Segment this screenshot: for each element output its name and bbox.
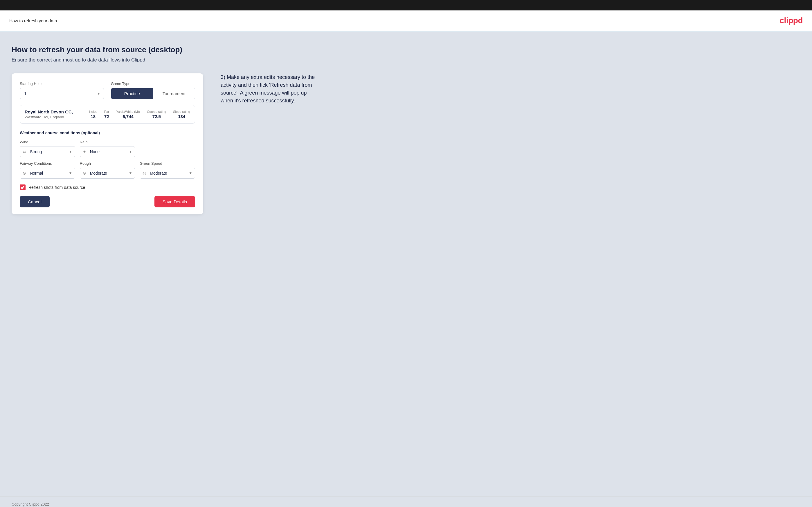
- save-button[interactable]: Save Details: [154, 196, 195, 207]
- wind-label: Wind: [20, 140, 75, 144]
- side-description: 3) Make any extra edits necessary to the…: [221, 73, 319, 105]
- practice-button[interactable]: Practice: [111, 88, 153, 99]
- game-type-group: Game Type Practice Tournament: [111, 81, 195, 99]
- starting-hole-wrapper: 1 ▼: [20, 88, 104, 99]
- footer-copyright: Copyright Clippd 2022: [12, 502, 49, 506]
- fairway-group: Fairway Conditions ⊙ Normal ▼: [20, 161, 75, 179]
- holes-value: 18: [89, 114, 97, 119]
- game-type-toggle: Practice Tournament: [111, 88, 195, 99]
- fairway-rough-green-row: Fairway Conditions ⊙ Normal ▼ Rough ⊙: [20, 161, 195, 179]
- slope-rating-label: Slope rating: [173, 110, 190, 113]
- cancel-button[interactable]: Cancel: [20, 196, 50, 207]
- footer: Copyright Clippd 2022: [0, 497, 812, 507]
- course-rating-label: Course rating: [147, 110, 166, 113]
- green-speed-group: Green Speed ◎ Moderate ▼: [140, 161, 195, 179]
- logo: clippd: [780, 16, 803, 25]
- yards-value: 6,744: [116, 114, 140, 119]
- tournament-button[interactable]: Tournament: [153, 88, 195, 99]
- yards-label: Yards/White (M)): [116, 110, 140, 113]
- rough-select-wrapper: ⊙ Moderate ▼: [80, 168, 135, 179]
- wind-select-wrapper: ≋ Strong ▼: [20, 146, 75, 157]
- wind-select[interactable]: Strong: [20, 146, 75, 157]
- main-content: How to refresh your data from source (de…: [0, 31, 812, 497]
- slope-rating-value: 134: [173, 114, 190, 119]
- holes-label: Holes: [89, 110, 97, 113]
- header: How to refresh your data clippd: [0, 10, 812, 31]
- page-heading: How to refresh your data from source (de…: [12, 45, 800, 54]
- rain-select-wrapper: ✦ None ▼: [80, 146, 135, 157]
- par-stat: Par 72: [104, 110, 109, 119]
- course-location: Westward Hol, England: [25, 115, 89, 119]
- rain-label: Rain: [80, 140, 135, 144]
- form-panel: Starting Hole 1 ▼ Game Type Practice Tou…: [12, 73, 203, 214]
- refresh-row: Refresh shots from data source: [20, 184, 195, 190]
- starting-hole-select[interactable]: 1: [20, 88, 104, 99]
- green-speed-label: Green Speed: [140, 161, 195, 166]
- refresh-label: Refresh shots from data source: [29, 185, 85, 190]
- holes-stat: Holes 18: [89, 110, 97, 119]
- rain-select[interactable]: None: [80, 146, 135, 157]
- header-title: How to refresh your data: [9, 18, 57, 23]
- fairway-label: Fairway Conditions: [20, 161, 75, 166]
- fairway-select[interactable]: Normal: [20, 168, 75, 179]
- course-info: Royal North Devon GC, Westward Hol, Engl…: [25, 109, 190, 119]
- course-stats: Holes 18 Par 72 Yards/White (M)) 6,744: [89, 110, 190, 119]
- course-name: Royal North Devon GC,: [25, 109, 89, 114]
- starting-hole-group: Starting Hole 1 ▼: [20, 81, 104, 99]
- course-card: Royal North Devon GC, Westward Hol, Engl…: [20, 105, 195, 123]
- content-row: Starting Hole 1 ▼ Game Type Practice Tou…: [12, 73, 800, 214]
- slope-rating-stat: Slope rating 134: [173, 110, 190, 119]
- rough-group: Rough ⊙ Moderate ▼: [80, 161, 135, 179]
- game-type-label: Game Type: [111, 81, 195, 86]
- top-bar: [0, 0, 812, 10]
- rough-select[interactable]: Moderate: [80, 168, 135, 179]
- wind-rain-row: Wind ≋ Strong ▼ Rain ✦: [20, 140, 195, 157]
- par-label: Par: [104, 110, 109, 113]
- green-speed-select[interactable]: Moderate: [140, 168, 195, 179]
- refresh-checkbox[interactable]: [20, 184, 26, 190]
- conditions-section: Weather and course conditions (optional)…: [20, 130, 195, 179]
- rough-label: Rough: [80, 161, 135, 166]
- wind-group: Wind ≋ Strong ▼: [20, 140, 75, 157]
- course-name-block: Royal North Devon GC, Westward Hol, Engl…: [25, 109, 89, 119]
- yards-stat: Yards/White (M)) 6,744: [116, 110, 140, 119]
- rain-group: Rain ✦ None ▼: [80, 140, 135, 157]
- par-value: 72: [104, 114, 109, 119]
- course-rating-stat: Course rating 72.5: [147, 110, 166, 119]
- page-subheading: Ensure the correct and most up to date d…: [12, 57, 800, 63]
- top-form-row: Starting Hole 1 ▼ Game Type Practice Tou…: [20, 81, 195, 99]
- side-text: 3) Make any extra edits necessary to the…: [221, 73, 319, 105]
- conditions-title: Weather and course conditions (optional): [20, 130, 195, 135]
- green-speed-select-wrapper: ◎ Moderate ▼: [140, 168, 195, 179]
- fairway-select-wrapper: ⊙ Normal ▼: [20, 168, 75, 179]
- course-rating-value: 72.5: [147, 114, 166, 119]
- starting-hole-label: Starting Hole: [20, 81, 104, 86]
- form-actions: Cancel Save Details: [20, 196, 195, 207]
